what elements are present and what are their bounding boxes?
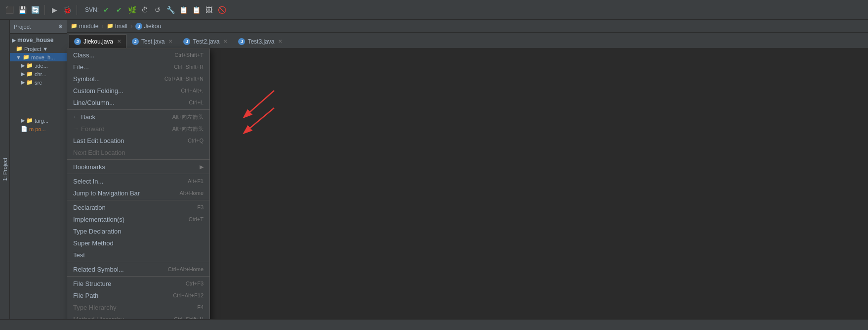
- menu-item-back[interactable]: ← Back Alt+向左箭头: [67, 111, 209, 123]
- svn-icon-check2[interactable]: ✔: [114, 4, 124, 15]
- svn-icon-stop[interactable]: 🚫: [216, 4, 227, 15]
- tab-test3[interactable]: J Test3.java ✕: [233, 34, 288, 48]
- menu-item-forward[interactable]: → Forward Alt+向右箭头: [67, 123, 209, 135]
- tree-item-chr[interactable]: ▶ 📁 chr...: [10, 70, 67, 78]
- tab-icon-jiekou: J: [74, 38, 81, 45]
- project-tree: ▶ move_house 📁 Project ▼ ▼ 📁 move_h... ▶…: [10, 34, 67, 319]
- svn-icon-branch[interactable]: 🌿: [126, 4, 137, 15]
- menu-item-select-in-shortcut: Alt+F1: [188, 178, 204, 184]
- tree-folder-icon: 📁: [23, 54, 30, 60]
- menu-item-type-declaration[interactable]: Type Declaration: [67, 225, 209, 237]
- toolbar-icon-save[interactable]: 💾: [17, 4, 28, 15]
- menu-item-last-edit[interactable]: Last Edit Location Ctrl+Q: [67, 135, 209, 146]
- menu-sep-5: [67, 262, 209, 262]
- tab-test[interactable]: J Test.java ✕: [126, 34, 178, 48]
- tree-item-src[interactable]: ▶ 📁 src: [10, 78, 67, 87]
- menu-item-next-edit[interactable]: Next Edit Location: [67, 146, 209, 158]
- tree-item-label: Project ▼: [24, 46, 48, 52]
- tree-item-ide[interactable]: ▶ 📁 .ide...: [10, 61, 67, 70]
- forward-arrow-icon: →: [73, 125, 79, 132]
- menu-item-type-hierarchy-shortcut: F4: [197, 304, 204, 310]
- menu-item-file-label: File...: [73, 63, 166, 71]
- tab-close-test2[interactable]: ✕: [223, 39, 227, 44]
- toolbar-icon-refresh[interactable]: 🔄: [30, 4, 41, 15]
- breadcrumb-tmall[interactable]: 📁 tmall: [107, 23, 127, 30]
- svn-icon-copy2[interactable]: 📋: [191, 4, 202, 15]
- tab-test2[interactable]: J Test2.java ✕: [178, 34, 233, 48]
- tree-folder-icon: 📁: [26, 62, 33, 69]
- menu-item-select-in[interactable]: Select In... Alt+F1: [67, 175, 209, 187]
- breadcrumb-jiekou-label: Jiekou: [144, 23, 161, 30]
- menu-item-declaration[interactable]: Declaration F3: [67, 201, 209, 213]
- menu-item-implementations[interactable]: Implementation(s) Ctrl+T: [67, 213, 209, 225]
- tree-item-label: targ...: [35, 118, 48, 124]
- menu-item-super-method-label: Super Method: [73, 239, 196, 247]
- menu-item-custom-folding-label: Custom Folding...: [73, 87, 173, 94]
- menu-sep-2: [67, 159, 209, 160]
- menu-item-method-hierarchy[interactable]: Method Hierarchy Ctrl+Shift+H: [67, 313, 209, 319]
- navigate-dropdown-menu: Class... Ctrl+Shift+T File... Ctrl+Shift…: [67, 48, 210, 319]
- menu-sep-6: [67, 276, 209, 277]
- ide-container: ⬛ 💾 🔄 ▶ 🐞 SVN: ✔ ✔ 🌿 ⏱ ↺ 🔧 📋 📋 🖼 🚫 1: Pr…: [0, 0, 868, 330]
- menu-item-file-structure[interactable]: File Structure Ctrl+F3: [67, 278, 209, 289]
- tree-item-label: move_h...: [31, 54, 55, 60]
- svn-icon-clock[interactable]: ⏱: [139, 4, 150, 15]
- toolbar-icon-debug[interactable]: 🐞: [62, 4, 73, 15]
- menu-item-jump-nav-shortcut: Alt+Home: [179, 190, 204, 196]
- svn-icon-check1[interactable]: ✔: [101, 4, 112, 15]
- toolbar-icon-run[interactable]: ▶: [49, 4, 60, 15]
- breadcrumb-module[interactable]: 📁 module: [71, 23, 98, 30]
- svn-icon-image[interactable]: 🖼: [204, 4, 214, 15]
- menu-item-select-in-label: Select In...: [73, 178, 180, 185]
- menu-item-declaration-shortcut: F3: [197, 204, 204, 210]
- menu-item-custom-folding[interactable]: Custom Folding... Ctrl+Alt+.: [67, 85, 209, 96]
- menu-item-bookmarks-label: Bookmarks: [73, 163, 200, 171]
- tab-close-test[interactable]: ✕: [168, 39, 172, 44]
- tree-folder-icon: 📁: [26, 117, 33, 124]
- tab-jiekou[interactable]: J Jiekou.java ✕: [69, 34, 126, 48]
- tab-close-jiekou[interactable]: ✕: [117, 39, 121, 44]
- tree-item-move-h[interactable]: ▼ 📁 move_h...: [10, 53, 67, 61]
- svn-icon-copy1[interactable]: 📋: [178, 4, 189, 15]
- project-header-settings-icon[interactable]: ⚙: [58, 24, 63, 29]
- side-label-project: 1: Project: [2, 158, 8, 181]
- breadcrumb-tmall-label: tmall: [115, 23, 127, 30]
- tree-item-move-house[interactable]: ▶ move_house: [10, 36, 67, 45]
- menu-sep-3: [67, 174, 209, 174]
- menu-item-line-column[interactable]: Line/Column... Ctrl+L: [67, 96, 209, 108]
- tree-item-project[interactable]: 📁 Project ▼: [10, 45, 67, 53]
- menu-item-file-path[interactable]: File Path Ctrl+Alt+F12: [67, 289, 209, 301]
- menu-item-jump-nav[interactable]: Jump to Navigation Bar Alt+Home: [67, 187, 209, 199]
- toolbar-separator-1: [44, 5, 45, 15]
- menu-item-file[interactable]: File... Ctrl+Shift+R: [67, 61, 209, 73]
- menu-item-symbol[interactable]: Symbol... Ctrl+Alt+Shift+N: [67, 73, 209, 85]
- tree-expand-icon: ▶: [21, 79, 25, 86]
- menu-item-line-column-label: Line/Column...: [73, 99, 181, 106]
- menu-item-test[interactable]: Test: [67, 249, 209, 261]
- tree-item-targ[interactable]: ▶ 📁 targ...: [10, 116, 67, 125]
- tree-folder-icon: 📁: [26, 79, 33, 86]
- menu-item-implementations-label: Implementation(s): [73, 216, 181, 223]
- menu-item-symbol-label: Symbol...: [73, 75, 157, 83]
- menu-item-class-label: Class...: [73, 51, 166, 59]
- breadcrumb-sep2: ›: [130, 22, 132, 30]
- menu-item-file-path-shortcut: Ctrl+Alt+F12: [173, 292, 204, 298]
- menu-item-class-shortcut: Ctrl+Shift+T: [174, 52, 204, 58]
- breadcrumb-jiekou[interactable]: J Jiekou: [135, 23, 161, 30]
- menu-item-related-symbol[interactable]: Related Symbol... Ctrl+Alt+Home: [67, 263, 209, 275]
- menu-item-test-label: Test: [73, 251, 196, 259]
- menu-item-class[interactable]: Class... Ctrl+Shift+T: [67, 49, 209, 61]
- menu-item-back-shortcut: Alt+向左箭头: [172, 113, 204, 121]
- tree-item-pom[interactable]: 📄 m po...: [10, 125, 67, 133]
- toolbar-icon-back[interactable]: ⬛: [4, 4, 15, 15]
- svn-icon-undo[interactable]: ↺: [152, 4, 163, 15]
- menu-item-super-method[interactable]: Super Method: [67, 237, 209, 249]
- menu-item-bookmarks[interactable]: Bookmarks ▶: [67, 161, 209, 173]
- breadcrumb-sep1: ›: [101, 22, 103, 30]
- svn-icon-wrench[interactable]: 🔧: [165, 4, 176, 15]
- tree-spacer: [10, 87, 67, 116]
- menu-item-type-hierarchy[interactable]: Type Hierarchy F4: [67, 301, 209, 313]
- menu-item-last-edit-shortcut: Ctrl+Q: [188, 138, 204, 143]
- menu-item-implementations-shortcut: Ctrl+T: [189, 216, 204, 222]
- tab-close-test3[interactable]: ✕: [278, 39, 282, 44]
